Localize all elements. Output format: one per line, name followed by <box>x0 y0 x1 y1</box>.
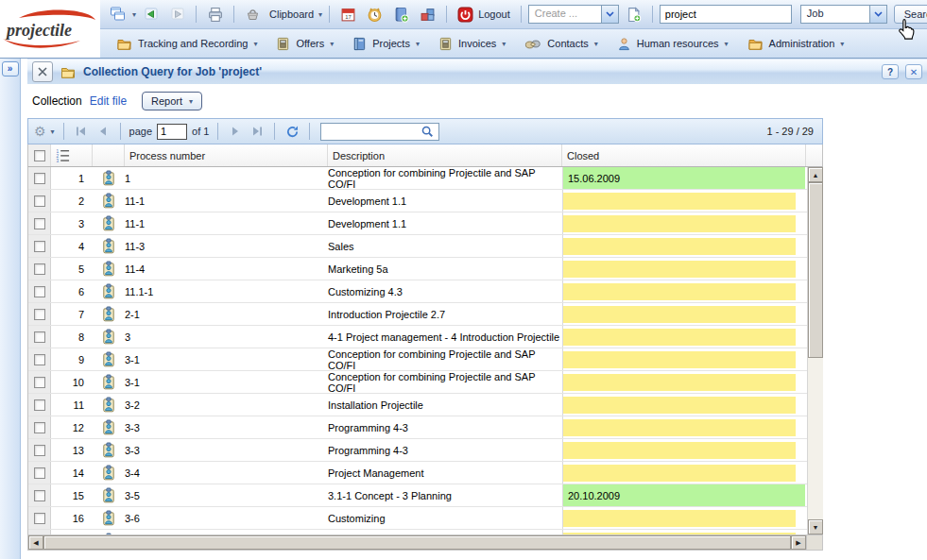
record-cell[interactable] <box>93 465 125 481</box>
row-checkbox[interactable] <box>34 490 45 501</box>
logout-button[interactable]: Logout <box>454 7 514 23</box>
table-row[interactable]: 11 3-2 Installation Projectile <box>28 394 807 416</box>
windows-menu-caret-icon[interactable]: ▾ <box>132 10 136 19</box>
record-icon-column-header[interactable] <box>93 144 125 166</box>
menu-human-resources[interactable]: Human resources ▾ <box>609 32 737 55</box>
row-checkbox[interactable] <box>34 445 45 456</box>
vertical-scrollbar[interactable]: ▲ ▼ <box>807 167 823 535</box>
row-checkbox[interactable] <box>34 241 45 252</box>
table-row[interactable]: 6 11.1-1 Customizing 4.3 <box>28 280 807 303</box>
horizontal-scrollbar[interactable]: ◀ ▶ <box>27 535 807 551</box>
page-number-input[interactable] <box>157 124 187 140</box>
table-row[interactable]: 2 11-1 Development 1.1 <box>28 190 807 212</box>
clipboard-label[interactable]: Clipboard <box>269 8 314 20</box>
row-checkbox-cell[interactable] <box>28 462 51 484</box>
row-checkbox[interactable] <box>34 399 45 411</box>
row-checkbox-cell[interactable] <box>28 439 51 461</box>
row-checkbox-cell[interactable] <box>28 235 51 257</box>
table-row[interactable]: 7 2-1 Introduction Projectile 2.7 <box>28 303 807 326</box>
first-page-button[interactable] <box>73 124 90 139</box>
menu-invoices[interactable]: Invoices ▾ <box>430 32 514 55</box>
clipboard-caret-icon[interactable]: ▾ <box>318 10 322 19</box>
row-checkbox-cell[interactable] <box>28 190 51 212</box>
horizontal-scroll-thumb[interactable] <box>43 535 791 550</box>
gear-icon[interactable]: ⚙ <box>34 125 46 138</box>
record-cell[interactable] <box>93 374 125 390</box>
edit-file-link[interactable]: Edit file <box>90 94 127 108</box>
row-checkbox-cell[interactable] <box>28 258 51 280</box>
column-header-closed[interactable]: Closed <box>562 144 806 166</box>
row-checkbox[interactable] <box>34 331 45 343</box>
record-cell[interactable] <box>93 351 125 367</box>
print-button[interactable] <box>203 4 227 25</box>
row-checkbox[interactable] <box>34 218 45 229</box>
calendar-button[interactable]: 17 <box>336 4 360 25</box>
record-cell[interactable] <box>93 487 125 503</box>
forward-button[interactable] <box>165 4 189 25</box>
column-header-description[interactable]: Description <box>328 144 562 166</box>
reminder-clock-button[interactable] <box>363 4 386 25</box>
menu-projects[interactable]: Projects ▾ <box>344 32 428 55</box>
scroll-left-button[interactable]: ◀ <box>28 535 43 550</box>
sidebar-expand-button[interactable]: » <box>2 61 19 76</box>
row-checkbox-cell[interactable] <box>28 371 51 393</box>
row-checkbox-cell[interactable] <box>28 212 51 234</box>
row-checkbox-cell[interactable] <box>28 348 51 370</box>
help-button[interactable]: ? <box>882 64 899 79</box>
next-page-button[interactable] <box>227 124 244 139</box>
panel-close-small-button[interactable]: ✕ <box>905 64 922 79</box>
table-row[interactable]: 15 3-5 3.1-1 Concept - 3 Planning 20.10.… <box>28 484 807 507</box>
table-row[interactable]: 1 1 Conception for combining Projectile … <box>28 167 807 190</box>
table-row[interactable]: 3 11-1 Development 1.1 <box>28 212 807 235</box>
record-cell[interactable] <box>93 283 125 299</box>
row-number-column-header[interactable]: 123 <box>51 144 93 166</box>
record-cell[interactable] <box>93 238 125 254</box>
record-cell[interactable] <box>93 306 125 322</box>
clipboard-basket-button[interactable] <box>241 4 265 25</box>
row-checkbox-cell[interactable] <box>28 303 51 325</box>
table-row[interactable]: 10 3-1 Conception for combining Projecti… <box>28 371 807 394</box>
search-scope-arrow-icon[interactable] <box>869 6 886 23</box>
menu-administration[interactable]: Administration ▾ <box>739 32 853 55</box>
row-checkbox[interactable] <box>34 309 45 320</box>
record-cell[interactable] <box>93 442 125 458</box>
report-button[interactable]: Report ▾ <box>142 92 202 110</box>
create-select[interactable]: Create ... <box>528 5 619 24</box>
search-button[interactable]: Search <box>894 5 927 24</box>
menu-contacts[interactable]: Contacts ▾ <box>516 32 606 55</box>
row-checkbox[interactable] <box>34 467 45 479</box>
menu-offers[interactable]: Offers ▾ <box>267 32 342 55</box>
row-checkbox-cell[interactable] <box>28 507 51 529</box>
table-row[interactable]: 14 3-4 Project Management <box>28 462 807 484</box>
modules-cubes-button[interactable] <box>416 4 439 25</box>
column-header-process-number[interactable]: Process number <box>125 144 328 166</box>
row-checkbox-cell[interactable] <box>28 416 51 438</box>
previous-page-button[interactable] <box>94 124 112 139</box>
table-row[interactable]: 12 3-3 Programming 4-3 <box>28 416 807 439</box>
menu-tracking-and-recording[interactable]: Tracking and Recording ▾ <box>108 32 266 55</box>
row-checkbox-cell[interactable] <box>28 484 51 506</box>
windows-menu-button[interactable] <box>106 4 129 25</box>
row-checkbox[interactable] <box>34 377 45 388</box>
journal-add-button[interactable] <box>389 4 413 25</box>
record-cell[interactable] <box>93 419 125 435</box>
row-checkbox[interactable] <box>34 195 45 207</box>
magnifier-icon[interactable] <box>416 125 438 138</box>
record-cell[interactable] <box>93 261 125 277</box>
back-button[interactable] <box>139 4 163 25</box>
gear-caret-icon[interactable]: ▾ <box>51 127 55 136</box>
record-cell[interactable] <box>93 215 125 231</box>
record-cell[interactable] <box>93 510 125 526</box>
record-cell[interactable] <box>93 329 125 345</box>
row-checkbox-cell[interactable] <box>28 326 51 348</box>
record-cell[interactable] <box>93 397 125 413</box>
search-scope-select[interactable]: Job <box>800 5 887 24</box>
table-row[interactable]: 4 11-3 Sales <box>28 235 807 258</box>
last-page-button[interactable] <box>249 124 266 139</box>
row-checkbox-cell[interactable] <box>28 280 51 302</box>
select-all-checkbox[interactable] <box>28 144 51 166</box>
row-checkbox[interactable] <box>34 286 45 297</box>
scroll-down-button[interactable]: ▼ <box>808 519 823 535</box>
row-checkbox[interactable] <box>34 263 45 275</box>
create-select-arrow-icon[interactable] <box>601 6 618 23</box>
